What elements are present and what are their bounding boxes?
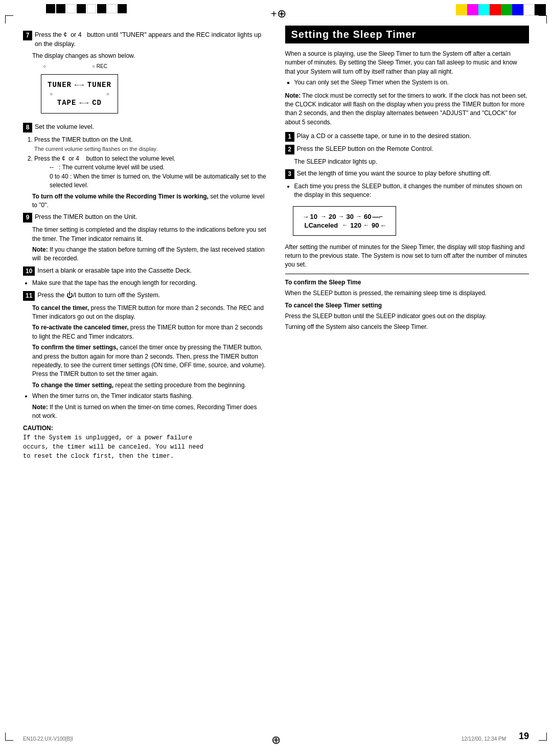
section-title: Setting the Sleep Timer [285,26,530,43]
tape-label: TAPE [57,99,77,107]
step-9-note-text: If you change the station before turning… [32,246,265,262]
sleep-row-1: → 10 → 20 → 30 → 60 — ⌐ [303,213,387,220]
bracket-up: L [305,221,309,229]
reg-sq-6 [97,4,106,13]
val-120: 120 [350,221,361,229]
page-number: 19 [519,731,529,742]
step-11-reactivate: To re-activate the canceled timer, press… [32,323,267,341]
corner-mark-bl [5,732,13,741]
right-step-2-sub: The SLEEP indicator lights up. [294,158,530,166]
right-step-2-number: 2 [285,145,294,154]
tuner-right: TUNER [87,81,111,89]
cancel-title: To cancel the Sleep Timer setting [285,301,530,310]
step-11-heading: 11 Press the ⏻/I button to turn off the … [23,291,267,301]
step-8-heading: 8 Set the volume level. [23,123,267,132]
right-step-3-heading: 3 Set the length of time you want the so… [285,169,530,179]
sleep-row-2: L Canceled ← 120 ← 90 ← [305,221,387,229]
caution-text: If the System is unplugged, or a power f… [23,433,267,461]
right-step-3-number: 3 [285,169,294,179]
step-7-diagram: ○ ○ REC TUNER ←→ TUNER ○ ○ TAPE ←→ CD [36,63,267,118]
step-11-cancel: To cancel the timer, press the TIMER but… [32,304,267,322]
color-yellow [456,4,467,15]
arrow-bidirectional-1: ←→ [75,81,84,89]
step-8-list: Press the TIMER button on the Unit. The … [34,136,267,190]
right-step-3-bullet: Each time you press the SLEEP button, it… [294,182,530,200]
right-column: Setting the Sleep Timer When a source is… [283,26,530,730]
right-bullet-1: You can only set the Sleep Timer when th… [294,78,530,87]
registration-marks-top [46,4,127,13]
step-7-number: 7 [23,31,32,40]
right-step-2-text: Press the SLEEP button on the Remote Con… [297,145,433,154]
val-10: 10 [310,213,317,220]
right-step-1-heading: 1 Play a CD or a cassette tape, or tune … [285,132,530,142]
val-canceled: Canceled [308,221,338,229]
reg-sq-1 [46,4,55,13]
reg-sq-7 [107,4,117,13]
step-8-dash1: -- : The current volume level will be us… [50,163,267,172]
tuner-left: TUNER [48,81,72,89]
cancel-title-text: To cancel the Sleep Timer setting [285,302,382,309]
step-11-note-label: Note: [32,404,48,411]
divider-1 [285,274,530,274]
arrow-right-start: → [303,213,309,220]
reg-sq-8 [118,4,127,13]
right-step-3-bullets: Each time you press the SLEEP button, it… [294,182,530,200]
step-9-heading: 9 Press the TIMER button on the Unit. [23,213,267,223]
arrow-down-end: — [372,213,379,220]
confirm-text: When the SLEEP button is pressed, the re… [285,289,530,298]
step-11-note: Note: If the Unit is turned on when the … [32,403,267,421]
color-cyan [478,4,490,15]
right-note-block: Note: The clock must be correctly set fo… [285,92,530,127]
intro-text: When a source is playing, use the Sleep … [285,50,530,76]
right-step-2-heading: 2 Press the SLEEP button on the Remote C… [285,145,530,154]
step-10-heading: 10 Insert a blank or erasable tape into … [23,266,267,276]
right-note-text: The clock must be correctly set for the … [285,92,527,126]
corner-mark-tr [539,15,547,24]
confirm-title: To confirm the Sleep Time [285,278,530,287]
val-30: 30 [346,213,353,220]
diagram-label-rec: ○ REC [92,63,107,69]
step-8-item-1-sub: The current volume setting flashes on th… [34,146,157,152]
val-60: 60 [364,213,371,220]
arrow-r1: → [320,213,327,220]
color-green [501,4,512,15]
color-magenta [467,4,478,15]
step-9-note: Note: If you change the station before t… [32,246,267,263]
sleep-diagram-box: → 10 → 20 → 30 → 60 — ⌐ L Canceled ← 120… [293,206,397,236]
step-7-sub: The display changes as shown below. [32,52,267,60]
step-8-item-2: Press the ¢ or 4 button to select the vo… [34,154,267,190]
crosshair-top: ⊕ [271,7,281,17]
arrow-l1: ← [342,221,348,229]
step-10-text: Insert a blank or erasable tape into the… [37,266,192,276]
corner-mark-br [539,732,547,741]
color-red [490,4,501,15]
val-20: 20 [329,213,336,220]
step-8-bold-label: To turn off the volume while the Recordi… [32,193,209,200]
arrow-up-end: ← [380,221,386,229]
step-11-confirm: To confirm the timer settings, cancel th… [32,343,267,379]
right-bullet-list: You can only set the Sleep Timer when th… [294,78,530,87]
color-blue [512,4,523,15]
corner-mark-tl [5,15,13,24]
sleep-timer-diagram: → 10 → 20 → 30 → 60 — ⌐ L Canceled ← 120… [293,206,397,236]
step-11-confirm-bold: To confirm the timer settings, [32,344,118,351]
right-step-3-after: After setting the number of minutes for … [285,243,530,270]
footer-center: 19 [273,736,279,742]
reg-sq-5 [87,4,96,13]
arrow-r2: → [338,213,344,220]
step-9-note-label: Note: [32,246,48,253]
val-90: 90 [372,221,379,229]
step-11-cancel-bold: To cancel the timer, [32,304,89,312]
diagram-row-tuner: TUNER ←→ TUNER [48,81,111,89]
step-11-change: To change the timer setting, repeat the … [32,381,267,390]
main-content: 7 Press the ¢ or 4 button until "TUNER" … [23,26,529,730]
step-10-bullets: Make sure that the tape has the enough l… [32,279,267,287]
reg-sq-4 [77,4,86,13]
step-7-heading: 7 Press the ¢ or 4 button until "TUNER" … [23,31,267,49]
step-7-text: Press the ¢ or 4 button until "TUNER" ap… [35,31,267,49]
step-8-text: Set the volume level. [35,123,94,132]
step-8-item-1: Press the TIMER button on the Unit. The … [34,136,267,153]
diagram-row-tape: TAPE ←→ CD [48,99,111,107]
circle-right: ○ [106,91,109,97]
step-9-text: Press the TIMER button on the Unit. [35,213,137,222]
